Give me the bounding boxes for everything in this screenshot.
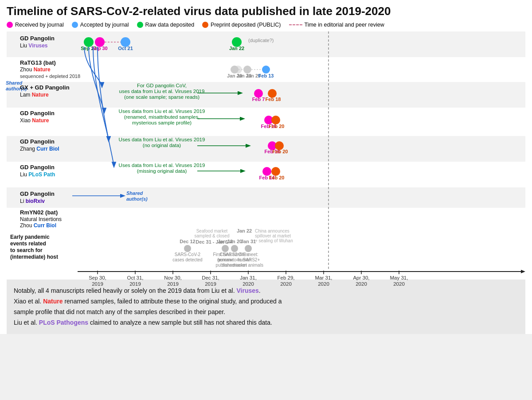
svg-text:Jan 22: Jan 22 (229, 46, 244, 51)
svg-text:events related: events related (10, 241, 46, 247)
svg-point-49 (234, 66, 242, 74)
svg-text:GD Pangolin: GD Pangolin (20, 110, 55, 117)
svg-text:Uses data from Liu et al. Viru: Uses data from Liu et al. Viruses 2019 (119, 109, 205, 114)
svg-text:2020: 2020 (318, 281, 329, 287)
legend-review: Time in editorial and peer review (289, 22, 384, 28)
legend: Received by journal Accepted by journal … (7, 22, 525, 28)
legend-preprint: Preprint deposited (PUBLIC) (202, 22, 281, 28)
svg-text:+ sealing of Wuhan: + sealing of Wuhan (255, 238, 293, 243)
bottom-line-1: Notably, all 4 manuscripts relied heavil… (14, 286, 518, 296)
svg-text:SARS-CoV-2: SARS-CoV-2 (175, 252, 201, 257)
main-container: Timeline of SARS-CoV-2-related virus dat… (0, 0, 532, 334)
svg-text:Oct 31,: Oct 31, (127, 275, 143, 280)
svg-text:Liu Viruses: Liu Viruses (20, 43, 48, 49)
svg-point-82 (184, 245, 191, 252)
svg-text:(one scale sample; sparse read: (one scale sample; sparse reads) (124, 94, 200, 100)
svg-text:2020: 2020 (356, 281, 367, 287)
svg-point-94 (231, 245, 238, 252)
raw-icon (137, 22, 143, 28)
svg-text:Feb 20: Feb 20 (269, 175, 285, 180)
svg-text:Jan 31: Jan 31 (241, 239, 256, 244)
bottom-text-post2: renamed samples, failed to attribute the… (63, 298, 282, 305)
received-icon (7, 22, 13, 28)
accepted-icon (72, 22, 78, 28)
svg-text:Shared: Shared (126, 190, 143, 196)
page-title: Timeline of SARS-CoV-2-related virus dat… (7, 4, 525, 18)
svg-text:GD Pangolin: GD Pangolin (20, 138, 55, 145)
svg-text:May 31,: May 31, (390, 275, 408, 280)
legend-received: Received by journal (7, 22, 64, 28)
legend-received-label: Received by journal (15, 22, 64, 28)
svg-text:Early pandemic: Early pandemic (10, 234, 50, 240)
svg-text:Feb 18: Feb 18 (266, 97, 281, 102)
svg-text:Feb 13: Feb 13 (258, 73, 274, 78)
svg-text:RaTG13 (bat): RaTG13 (bat) (20, 59, 56, 66)
svg-text:Li bioRxiv: Li bioRxiv (20, 198, 45, 204)
bottom-text-pre1: Notably, all 4 manuscripts relied heavil… (14, 287, 236, 294)
svg-text:Zhou Nature: Zhou Nature (20, 66, 51, 73)
svg-text:Zhou Curr Biol: Zhou Curr Biol (20, 222, 56, 229)
svg-point-89 (222, 245, 229, 252)
legend-raw-label: Raw data deposited (145, 22, 195, 28)
nature-journal: Nature (43, 298, 63, 305)
svg-text:to search for: to search for (10, 247, 43, 253)
svg-point-103 (245, 245, 252, 252)
svg-text:Feb 7: Feb 7 (252, 97, 265, 102)
bottom-text-pre2: Xiao et al. (14, 298, 43, 305)
svg-text:(missing original data): (missing original data) (137, 168, 187, 174)
svg-text:Jan 20: Jan 20 (227, 239, 242, 244)
svg-text:Feb 20: Feb 20 (273, 149, 288, 154)
bottom-text-post1: . (259, 287, 261, 294)
svg-text:Xiao Nature: Xiao Nature (20, 117, 49, 124)
svg-text:Sep 30,: Sep 30, (89, 275, 106, 280)
svg-text:2020: 2020 (393, 281, 405, 287)
svg-text:Seafood market: Seafood market (196, 229, 228, 233)
svg-text:GX + GD Pangolin: GX + GD Pangolin (20, 84, 70, 91)
svg-point-80 (271, 167, 280, 176)
plos-journal: PLoS Pathogens (39, 319, 88, 326)
svg-text:Zhang Curr Biol: Zhang Curr Biol (20, 146, 59, 152)
svg-text:(no original data): (no original data) (143, 143, 181, 148)
svg-text:Nov 30,: Nov 30, (164, 275, 182, 280)
svg-text:(renamed, misattributed sample: (renamed, misattributed samples, (124, 114, 200, 120)
svg-text:For GD pangolin CoV,: For GD pangolin CoV, (137, 83, 187, 88)
svg-text:Lam Nature: Lam Nature (20, 92, 49, 98)
preprint-icon (202, 22, 208, 28)
svg-text:(intermediate) host: (intermediate) host (10, 254, 58, 260)
svg-text:Uses data from Liu et al. Viru: Uses data from Liu et al. Viruses 2019 (119, 137, 205, 142)
svg-text:Dec 31,: Dec 31, (202, 275, 219, 280)
bottom-text: Notably, all 4 manuscripts relied heavil… (7, 280, 525, 334)
svg-point-68 (271, 116, 280, 124)
svg-point-78 (262, 167, 271, 176)
bottom-line-2: Xiao et al. Nature renamed samples, fail… (14, 296, 518, 307)
svg-rect-7 (7, 208, 525, 228)
svg-text:no SARS2+: no SARS2+ (237, 257, 260, 262)
svg-text:China announces: China announces (255, 229, 289, 233)
svg-text:GD Pangolin: GD Pangolin (20, 164, 55, 171)
svg-text:Dec 12: Dec 12 (180, 239, 195, 244)
timeline-svg: GD Pangolin Liu Viruses Shared author(s)… (7, 31, 525, 280)
legend-accepted-label: Accepted by journal (80, 22, 129, 28)
svg-text:Liu PLoS Path: Liu PLoS Path (20, 171, 55, 178)
svg-text:(duplicate?): (duplicate?) (248, 38, 274, 43)
svg-text:sampled & closed: sampled & closed (195, 233, 230, 238)
svg-text:cases detected: cases detected (172, 257, 202, 262)
svg-rect-2 (7, 82, 525, 108)
svg-rect-6 (7, 187, 525, 208)
svg-text:RmYN02 (bat): RmYN02 (bat) (20, 209, 58, 216)
svg-text:OIE meet:: OIE meet: (238, 252, 258, 257)
legend-preprint-label: Preprint deposited (PUBLIC) (211, 22, 281, 28)
legend-accepted: Accepted by journal (72, 22, 129, 28)
svg-text:market animals: market animals (233, 263, 263, 268)
svg-point-54 (262, 66, 270, 74)
svg-text:Feb 20: Feb 20 (269, 124, 285, 129)
legend-review-label: Time in editorial and peer review (305, 22, 384, 28)
viruses-journal: Viruses (236, 287, 258, 294)
svg-text:GD Pangolin: GD Pangolin (20, 35, 55, 42)
bottom-line-3: sample profile that did not match any of… (14, 307, 518, 318)
svg-text:Mar 31,: Mar 31, (315, 275, 332, 280)
svg-text:Oct 21: Oct 21 (118, 46, 133, 51)
svg-text:Jan 22: Jan 22 (237, 228, 252, 233)
svg-text:Uses data from Liu et al. Viru: Uses data from Liu et al. Viruses 2019 (119, 163, 205, 168)
svg-text:Apr 30,: Apr 30, (353, 275, 369, 280)
